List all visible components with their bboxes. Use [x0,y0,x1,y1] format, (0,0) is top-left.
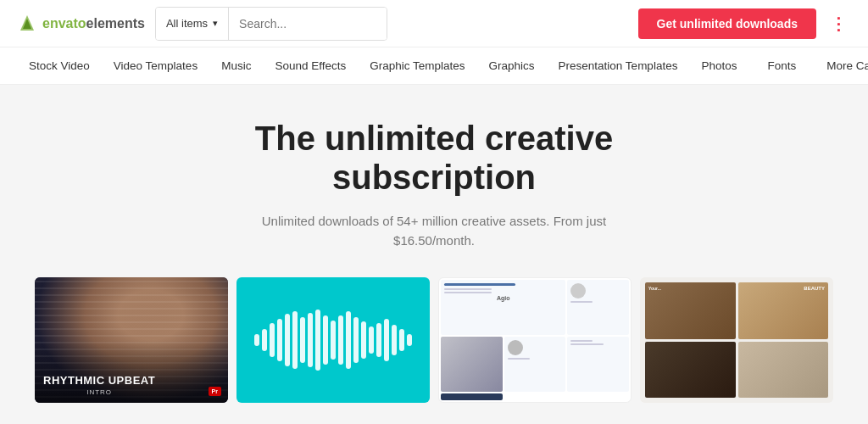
wave-bar [315,310,320,371]
nav-item-music[interactable]: Music [209,47,263,85]
nav-item-fonts[interactable]: Fonts [755,47,808,85]
search-dropdown[interactable]: All items ▾ [156,8,229,40]
wave-bar [384,319,389,361]
nav-item-video-templates[interactable]: Video Templates [102,47,209,85]
mag-cell-3 [645,342,736,399]
envato-logo-icon [17,14,37,34]
more-options-button[interactable]: ⋮ [826,14,851,34]
card-text-block: RHYTHMIC UPBEAT INTRO [35,368,164,403]
card-presentation[interactable]: Agio [438,277,632,403]
nav-item-more-categories[interactable]: More Categories [815,47,868,85]
card-title: RHYTHMIC UPBEAT [43,375,155,387]
wave-bar [308,313,313,368]
wave-bar [361,321,366,358]
card-rhythmic-upbeat[interactable]: RHYTHMIC UPBEAT INTRO Pr [35,277,228,403]
wave-bar [399,329,404,350]
chevron-down-icon: ▾ [213,18,218,29]
card-magazine[interactable]: Your... BEAUTY [640,277,833,403]
featured-cards: RHYTHMIC UPBEAT INTRO Pr Agio [17,277,851,403]
pres-avatar [570,283,586,298]
pres-sub-line [444,288,492,290]
wave-bar [254,334,259,346]
nav-item-photos[interactable]: Photos [689,47,748,85]
search-container: All items ▾ [155,7,387,41]
hero-subtitle: Unlimited downloads of 54+ million creat… [256,212,612,250]
wave-bar [277,319,282,361]
pres-name-line [570,301,593,303]
nav-item-presentation-templates[interactable]: Presentation Templates [547,47,690,85]
wave-bar [300,317,305,363]
wave-bar [292,311,298,369]
wave-bar [338,315,343,365]
nav-item-stock-video[interactable]: Stock Video [17,47,102,85]
mag-cell-4 [738,342,829,399]
logo[interactable]: envatoelements [17,14,145,34]
wave-bar [331,321,336,360]
sound-wave-visual [254,306,412,374]
pres-sub-line-2 [444,292,492,293]
nav-item-sound-effects[interactable]: Sound Effects [263,47,358,85]
mag-beauty-label: BEAUTY [804,286,825,291]
search-input[interactable] [229,8,387,40]
wave-bar [262,329,267,350]
wave-bar [270,323,275,357]
nav-item-graphic-templates[interactable]: Graphic Templates [358,47,476,85]
pres-text-line [570,340,593,342]
wave-bar [285,314,290,365]
card-sound-wave[interactable] [236,277,430,403]
cta-button[interactable]: Get unlimited downloads [638,8,816,39]
pres-cell-person [567,280,629,335]
pres-brand: Agio [444,295,562,301]
card-subtitle: INTRO [43,388,155,396]
search-dropdown-label: All items [166,17,208,30]
wave-bar [392,325,397,355]
pres-cell-person-2 [504,337,566,392]
nav-item-graphics[interactable]: Graphics [477,47,547,85]
mag-title-1: Your... [648,286,661,291]
pres-cell-photo [441,337,503,392]
logo-text: envatoelements [42,16,145,31]
pres-heading-line [444,283,515,286]
wave-bar [376,323,381,357]
pres-text-line-2 [570,343,604,345]
pres-cell-main: Agio [441,280,565,335]
wave-bar [407,334,412,346]
main-nav: Stock Video Video Templates Music Sound … [0,47,868,85]
wave-bar [346,311,351,369]
mag-cell-1: Your... [645,282,736,339]
pres-cell-dark [441,393,503,400]
wave-bar [353,317,359,363]
wave-bar [369,326,374,354]
hero-title: The unlimited creative subscription [180,119,688,197]
pres-avatar-2 [508,340,523,355]
mag-cell-2: BEAUTY [738,282,829,339]
card-badge: Pr [209,387,221,396]
hero-section: The unlimited creative subscription Unli… [0,85,868,424]
pres-name-line-2 [508,358,530,360]
wave-bar [323,315,328,365]
pres-cell-text [567,337,629,392]
header: envatoelements All items ▾ Get unlimited… [0,0,868,47]
